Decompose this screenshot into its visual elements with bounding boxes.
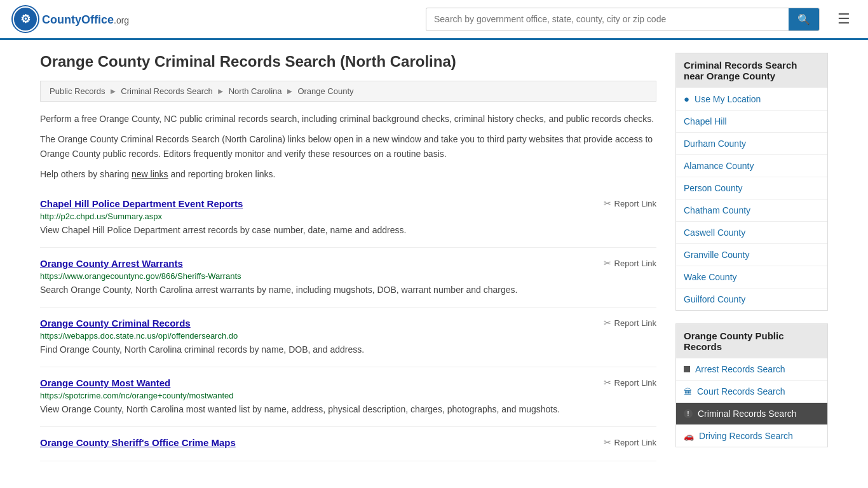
breadcrumb-link-north-carolina[interactable]: North Carolina (229, 86, 282, 96)
result-header: Chapel Hill Police Department Event Repo… (40, 198, 656, 209)
result-item: Orange County Arrest Warrants ✂ Report L… (40, 248, 656, 308)
sidebar-item-label: Driving Records Search (699, 431, 793, 441)
sidebar: Criminal Records Search near Orange Coun… (675, 53, 828, 461)
sidebar-item-label: Chatham County (684, 205, 750, 215)
report-icon: ✂ (604, 437, 611, 447)
sidebar-nearby-list: ● Use My Location Chapel Hill Durham Cou… (675, 88, 828, 311)
sidebar-item-chapel-hill[interactable]: Chapel Hill (676, 111, 827, 133)
result-url: https://www.orangecountync.gov/866/Sheri… (40, 271, 656, 281)
sidebar-item-label: Person County (684, 183, 743, 193)
report-link-button[interactable]: ✂ Report Link (604, 318, 656, 328)
sidebar-item-chatham-county[interactable]: Chatham County (676, 200, 827, 222)
sidebar-item-label: Durham County (684, 139, 746, 149)
report-link-label: Report Link (614, 199, 656, 208)
result-item: Orange County Most Wanted ✂ Report Link … (40, 367, 656, 427)
report-link-button[interactable]: ✂ Report Link (604, 258, 656, 268)
result-header: Orange County Most Wanted ✂ Report Link (40, 377, 656, 388)
report-link-button[interactable]: ✂ Report Link (604, 377, 656, 388)
sidebar-item-label: Court Records Search (697, 386, 785, 396)
desc3-prefix: Help others by sharing (40, 169, 132, 179)
sidebar-item-use-my-location[interactable]: ● Use My Location (676, 88, 827, 111)
description-2: The Orange County Criminal Records Searc… (40, 132, 656, 161)
exclamation-icon: ! (684, 409, 693, 418)
sidebar-item-label: Chapel Hill (684, 116, 727, 126)
report-icon: ✂ (604, 258, 611, 268)
report-icon: ✂ (604, 198, 611, 208)
sidebar-item-alamance-county[interactable]: Alamance County (676, 155, 827, 177)
result-url: https://spotcrime.com/nc/orange+county/m… (40, 391, 656, 400)
sidebar-item-person-county[interactable]: Person County (676, 177, 827, 200)
report-icon: ✂ (604, 377, 611, 388)
result-title[interactable]: Orange County Most Wanted (40, 377, 170, 388)
results-list: Chapel Hill Police Department Event Repo… (40, 188, 656, 461)
report-link-button[interactable]: ✂ Report Link (604, 198, 656, 208)
result-title[interactable]: Orange County Criminal Records (40, 318, 191, 329)
result-header: Orange County Sheriff's Office Crime Map… (40, 437, 656, 448)
sidebar-item-caswell-county[interactable]: Caswell County (676, 222, 827, 244)
report-link-label: Report Link (614, 259, 656, 268)
breadcrumb-sep-3: ► (286, 86, 294, 96)
description-1: Perform a free Orange County, NC public … (40, 112, 656, 126)
result-desc: Find Orange County, North Carolina crimi… (40, 343, 656, 356)
sidebar-item-criminal-records[interactable]: ! Criminal Records Search (676, 403, 827, 425)
sidebar-item-label: Wake County (684, 272, 737, 282)
report-link-label: Report Link (614, 318, 656, 328)
list-icon (684, 366, 690, 372)
sidebar-item-driving-records[interactable]: 🚗 Driving Records Search (676, 425, 827, 447)
page-title: Orange County Criminal Records Search (N… (40, 53, 656, 71)
sidebar-item-guilford-county[interactable]: Guilford County (676, 288, 827, 310)
breadcrumb-current: Orange County (297, 86, 353, 96)
result-item: Chapel Hill Police Department Event Repo… (40, 188, 656, 248)
report-link-button[interactable]: ✂ Report Link (604, 437, 656, 447)
menu-button[interactable]: ☰ (832, 8, 855, 30)
result-item: Orange County Sheriff's Office Crime Map… (40, 427, 656, 461)
search-button[interactable]: 🔍 (789, 8, 819, 30)
sidebar-use-my-location-label: Use My Location (695, 94, 761, 104)
breadcrumb-sep-2: ► (217, 86, 225, 96)
sidebar-item-label: Arrest Records Search (695, 364, 785, 374)
result-url: https://webapps.doc.state.nc.us/opi/offe… (40, 331, 656, 341)
page-body: Orange County Criminal Records Search (N… (27, 40, 841, 474)
sidebar-item-arrest-records[interactable]: Arrest Records Search (676, 358, 827, 381)
breadcrumb: Public Records ► Criminal Records Search… (40, 81, 656, 102)
sidebar-item-granville-county[interactable]: Granville County (676, 244, 827, 266)
site-logo[interactable]: ⚙ CountyOffice.org (13, 6, 129, 32)
result-title[interactable]: Orange County Sheriff's Office Crime Map… (40, 437, 236, 448)
result-desc: View Chapel Hill Police Department arres… (40, 224, 656, 237)
search-bar: 🔍 (426, 8, 820, 31)
search-input[interactable] (426, 9, 789, 29)
breadcrumb-sep-1: ► (109, 86, 117, 96)
desc3-suffix: and reporting broken links. (168, 169, 276, 179)
sidebar-item-label: Caswell County (684, 227, 745, 238)
sidebar-public-records-list: Arrest Records Search 🏛 Court Records Se… (675, 358, 828, 447)
car-icon: 🚗 (684, 431, 694, 441)
sidebar-item-label: Guilford County (684, 294, 745, 304)
location-icon: ● (684, 93, 689, 104)
result-desc: View Orange County, North Carolina most … (40, 403, 656, 416)
description-3: Help others by sharing new links and rep… (40, 167, 656, 181)
sidebar-item-court-records[interactable]: 🏛 Court Records Search (676, 381, 827, 403)
site-header: ⚙ CountyOffice.org 🔍 ☰ (0, 0, 868, 40)
new-links-link[interactable]: new links (132, 169, 168, 179)
result-header: Orange County Arrest Warrants ✂ Report L… (40, 258, 656, 269)
breadcrumb-link-public-records[interactable]: Public Records (50, 86, 105, 96)
report-icon: ✂ (604, 318, 611, 328)
report-link-label: Report Link (614, 438, 656, 447)
sidebar-item-label: Criminal Records Search (698, 409, 797, 419)
sidebar-public-records-title: Orange County Public Records (675, 323, 828, 358)
result-item: Orange County Criminal Records ✂ Report … (40, 308, 656, 367)
sidebar-item-durham-county[interactable]: Durham County (676, 133, 827, 155)
result-desc: Search Orange County, North Carolina arr… (40, 283, 656, 297)
sidebar-item-label: Alamance County (684, 161, 754, 171)
result-title[interactable]: Orange County Arrest Warrants (40, 258, 183, 269)
breadcrumb-link-criminal-records-search[interactable]: Criminal Records Search (121, 86, 213, 96)
court-icon: 🏛 (684, 387, 692, 396)
logo-text: CountyOffice.org (42, 12, 129, 27)
report-link-label: Report Link (614, 378, 656, 388)
result-header: Orange County Criminal Records ✂ Report … (40, 318, 656, 329)
main-content: Orange County Criminal Records Search (N… (40, 53, 656, 461)
sidebar-nearby-title: Criminal Records Search near Orange Coun… (675, 53, 828, 88)
sidebar-item-wake-county[interactable]: Wake County (676, 266, 827, 288)
logo-icon: ⚙ (13, 6, 38, 32)
result-title[interactable]: Chapel Hill Police Department Event Repo… (40, 198, 243, 209)
